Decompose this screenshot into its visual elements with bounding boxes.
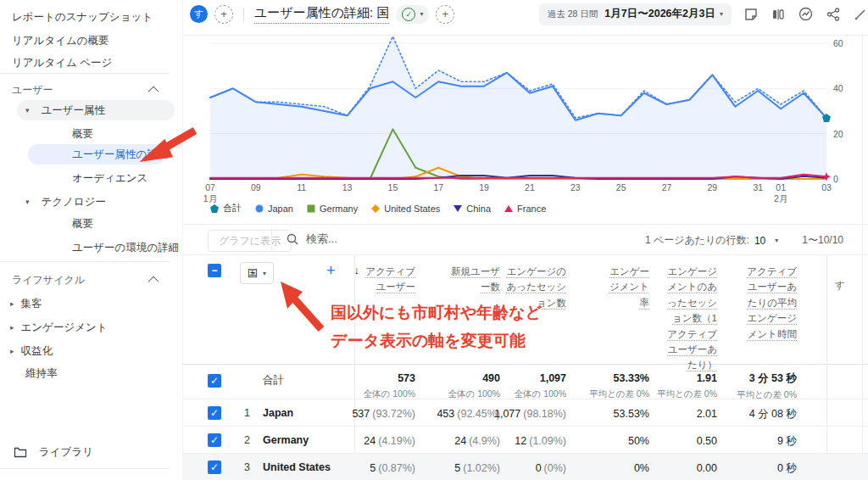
- column-header-new-users[interactable]: 新規ユーザ ー数: [451, 264, 500, 295]
- show-in-graph-button[interactable]: グラフに表示: [208, 230, 292, 252]
- plus-icon: +: [326, 262, 336, 279]
- avatar-label: す: [194, 8, 203, 20]
- sidebar-divider: [0, 468, 170, 469]
- row-dimension-value: Germany: [263, 434, 309, 446]
- row-checkbox[interactable]: ✓: [208, 460, 221, 474]
- totals-cell: 573全体の 100%: [363, 370, 415, 400]
- comparison-icon[interactable]: [771, 7, 786, 22]
- legend-item[interactable]: China: [453, 204, 491, 214]
- column-header-partial[interactable]: す: [835, 279, 845, 292]
- table-search[interactable]: 検索...: [286, 232, 337, 247]
- legend-item[interactable]: France: [504, 204, 546, 214]
- table-cell: 50%: [628, 433, 649, 448]
- caret-right-icon[interactable]: ▸: [10, 323, 14, 332]
- rows-per-page-value[interactable]: 10: [754, 235, 765, 247]
- chevron-up-icon[interactable]: [148, 276, 159, 287]
- chevron-up-icon[interactable]: [148, 86, 159, 97]
- svg-text:23: 23: [570, 182, 581, 193]
- report-content: す + ユーザー属性の詳細: 国 ✓ ▾ + 過去 28 日間 1月7日〜202…: [182, 0, 868, 480]
- table-totals-row: ✓ 合計 573全体の 100% 490全体の 100% 1,097全体の 10…: [182, 363, 868, 399]
- svg-text:0: 0: [833, 174, 838, 184]
- table-cell: 0.50: [697, 433, 717, 448]
- svg-text:60: 60: [833, 38, 843, 48]
- row-checkbox[interactable]: ✓: [208, 374, 221, 388]
- sidebar-section-label: ユーザー: [12, 83, 53, 98]
- column-header-active-users[interactable]: アクティブ ユーザー: [365, 264, 415, 295]
- timeseries-chart[interactable]: 02040600709111315171921232527293101031月2…: [182, 35, 868, 215]
- svg-text:07: 07: [205, 182, 215, 193]
- date-range-picker[interactable]: 過去 28 日間 1月7日〜2026年2月3日 ▾: [539, 3, 732, 25]
- sidebar-item-user-attributes[interactable]: ▾ ユーザー属性: [0, 100, 182, 120]
- legend-item[interactable]: 合計: [210, 202, 242, 215]
- sidebar-item-engagement[interactable]: ▸ エンゲージメント: [0, 317, 192, 338]
- sidebar-section-label: ライフサイクル: [12, 273, 85, 287]
- row-checkbox[interactable]: ✓: [208, 406, 221, 420]
- legend-label: China: [466, 204, 491, 214]
- select-all-checkbox[interactable]: −: [208, 264, 221, 277]
- legend-marker-pin-icon: [210, 204, 219, 213]
- svg-text:27: 27: [662, 182, 672, 193]
- caret-right-icon[interactable]: ▸: [10, 347, 14, 355]
- sidebar-section-user[interactable]: ユーザー: [0, 80, 194, 100]
- add-dimension-button[interactable]: +: [326, 262, 336, 280]
- svg-text:20: 20: [833, 129, 843, 139]
- sidebar-item-library[interactable]: ライブラリ: [0, 441, 196, 463]
- sidebar-item-realtime-pages[interactable]: リアルタイム ページ: [0, 53, 194, 73]
- sidebar-item-label: リアルタイム ページ: [12, 56, 112, 70]
- sidebar-item-realtime-overview[interactable]: リアルタイムの概要: [0, 31, 194, 51]
- dimension-dropdown[interactable]: 国 ▾: [240, 262, 274, 284]
- add-comparison-button[interactable]: +: [214, 5, 233, 24]
- divider: [243, 8, 244, 21]
- check-icon: ✓: [210, 435, 219, 445]
- share-icon[interactable]: [826, 7, 841, 22]
- totals-cell: 3 分 53 秒平均との差 0%: [737, 370, 797, 401]
- table-cell: 24(4.19%): [364, 433, 415, 448]
- caret-down-icon[interactable]: ▾: [25, 198, 30, 206]
- column-header-avg-engagement-time[interactable]: アクティブ ユーザーあ たりの平均 エンゲージ メント時間: [747, 264, 797, 342]
- table-cell: 5(0.87%): [370, 460, 415, 475]
- table-cell: 2.01: [697, 405, 717, 421]
- rows-per-page: 1 ページあたりの行数: 10 ▾ 1〜10/10: [645, 233, 843, 248]
- sidebar-item-technology[interactable]: ▾ テクノロジー: [0, 192, 208, 212]
- legend-item[interactable]: Germany: [307, 204, 358, 214]
- account-avatar[interactable]: す: [190, 5, 208, 23]
- table-row[interactable]: ✓ 1 Japan 537(93.72%) 453(92.45%) 1,077(…: [182, 399, 868, 427]
- sidebar-item-report-snapshot[interactable]: レポートのスナップショット: [0, 7, 194, 27]
- caret-right-icon[interactable]: ▸: [10, 299, 14, 308]
- table-cell: 0 秒: [777, 460, 797, 476]
- sidebar-item-retention[interactable]: 維持率: [0, 363, 208, 383]
- annotation-line: 国以外にも市町村や年齢など: [331, 299, 542, 327]
- column-header-engagement-rate[interactable]: エンゲー ジメント 率: [609, 264, 649, 310]
- edit-icon-partial[interactable]: [853, 7, 868, 22]
- table-cell: 24(4.9%): [454, 433, 500, 448]
- sidebar-item-label: ユーザー属性: [42, 103, 106, 118]
- svg-text:29: 29: [708, 182, 718, 193]
- row-dimension-value: Japan: [263, 407, 293, 419]
- caret-down-icon[interactable]: ▾: [775, 237, 778, 244]
- insights-icon[interactable]: [798, 6, 814, 22]
- row-checkbox[interactable]: ✓: [208, 433, 221, 447]
- add-chip-button[interactable]: +: [436, 5, 454, 24]
- pagination-range: 1〜10/10: [802, 233, 843, 248]
- caret-down-icon[interactable]: ▾: [25, 106, 30, 114]
- notes-icon[interactable]: [743, 7, 759, 22]
- report-header-bar: す + ユーザー属性の詳細: 国 ✓ ▾ + 過去 28 日間 1月7日〜202…: [182, 0, 868, 36]
- legend-item[interactable]: United States: [371, 204, 440, 214]
- dimension-label: 国: [248, 266, 258, 281]
- table-row[interactable]: ✓ 3 United States 5(0.87%) 5(1.02%) 0(0%…: [182, 453, 868, 480]
- page-title[interactable]: ユーザー属性の詳細: 国: [254, 5, 389, 24]
- svg-text:40: 40: [833, 83, 843, 93]
- table-row[interactable]: ✓ 2 Germany 24(4.19%) 24(4.9%) 12(1.09%)…: [182, 426, 868, 454]
- report-status-chip[interactable]: ✓ ▾: [396, 5, 429, 24]
- column-header-engaged-sessions-per-user[interactable]: エンゲージ メントのあ ったセッシ ョン数（1 アクティブ ユーザーあ たり）: [667, 264, 717, 373]
- date-range-value: 1月7日〜2026年2月3日: [604, 7, 715, 21]
- sidebar-item-monetization[interactable]: ▸ 収益化: [0, 341, 192, 361]
- table-cell: 53.53%: [614, 405, 649, 421]
- legend-label: Germany: [320, 204, 358, 214]
- legend-item[interactable]: Japan: [255, 204, 293, 214]
- svg-text:19: 19: [479, 182, 489, 193]
- sidebar-item-label: ライブラリ: [39, 445, 93, 460]
- legend-marker-diamond-icon: [371, 204, 380, 213]
- sidebar-section-lifecycle[interactable]: ライフサイクル: [0, 270, 194, 290]
- sidebar-item-acquisition[interactable]: ▸ 集客: [0, 293, 192, 314]
